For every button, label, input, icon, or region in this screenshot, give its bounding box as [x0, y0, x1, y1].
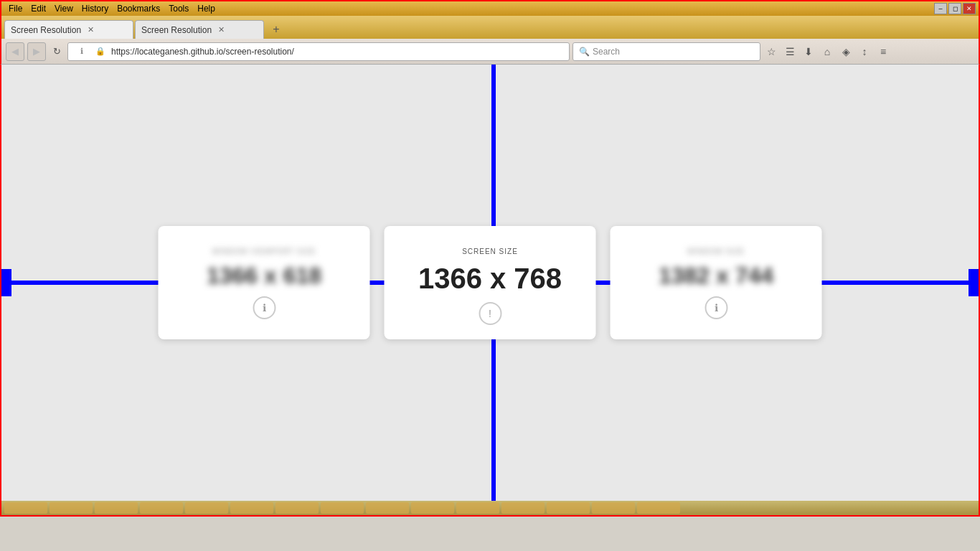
- menu-file[interactable]: File: [4, 2, 27, 15]
- menu-bookmarks[interactable]: Bookmarks: [113, 2, 164, 15]
- search-bar[interactable]: 🔍 Search: [573, 42, 760, 61]
- tab-1-label: Screen Resolution: [11, 25, 81, 35]
- menu-bar: File Edit View History Bookmarks Tools H…: [4, 2, 220, 15]
- status-thumb-12: [501, 502, 545, 514]
- search-placeholder: Search: [593, 47, 620, 57]
- menu-view[interactable]: View: [50, 2, 77, 15]
- card-viewport-icon: ℹ: [253, 296, 275, 319]
- cards-container: WINDOW VIEWPORT SIZE 1366 x 618 ℹ SCREEN…: [159, 226, 822, 339]
- card-screen-size: SCREEN SIZE 980 x 551 !: [385, 226, 596, 339]
- tab-2[interactable]: Screen Resolution ✕: [135, 20, 264, 39]
- menu-tools[interactable]: Tools: [164, 2, 193, 15]
- tab-1-close[interactable]: ✕: [85, 24, 96, 35]
- tab-1[interactable]: Screen Resolution ✕: [4, 20, 133, 39]
- close-button[interactable]: ✕: [963, 3, 976, 14]
- lock-icon: 🔒: [93, 44, 108, 60]
- info-icon: ℹ: [74, 44, 90, 60]
- status-thumb-13: [547, 502, 590, 514]
- tab-2-label: Screen Resolution: [141, 25, 212, 35]
- download-icon[interactable]: ⬇: [801, 44, 816, 60]
- status-thumb-8: [321, 502, 364, 514]
- status-thumb-14: [592, 502, 635, 514]
- nav-bar: ◀ ▶ ↻ ℹ 🔒 https://locateganesh.github.io…: [0, 39, 980, 65]
- card-viewport-value: 1366 x 618: [207, 263, 321, 289]
- status-thumb-7: [275, 502, 319, 514]
- menu-history[interactable]: History: [77, 2, 113, 15]
- url-bar[interactable]: ℹ 🔒 https://locateganesh.github.io/scree…: [67, 42, 570, 61]
- new-tab-button[interactable]: +: [267, 22, 286, 37]
- menu-help[interactable]: Help: [193, 2, 220, 15]
- status-thumb-15: [637, 502, 680, 514]
- menu-items-container: File Edit View History Bookmarks Tools H…: [4, 2, 220, 15]
- card-window-size: WINDOW SIZE 1382 x 744 ℹ: [611, 226, 822, 339]
- card-winsize-icon: ℹ: [705, 296, 727, 319]
- star-icon[interactable]: ☆: [763, 44, 779, 60]
- card-winsize-label: WINDOW SIZE: [687, 248, 745, 255]
- tab-bar: Screen Resolution ✕ Screen Resolution ✕ …: [0, 16, 980, 39]
- sync-icon[interactable]: ↕: [857, 44, 872, 60]
- card-viewport-label: WINDOW VIEWPORT SIZE: [212, 248, 316, 255]
- status-thumb-4: [140, 502, 183, 514]
- url-text: https://locateganesh.github.io/screen-re…: [111, 47, 294, 57]
- corner-marker-right: [969, 269, 979, 296]
- status-bar: [0, 501, 980, 517]
- card-window-viewport: WINDOW VIEWPORT SIZE 1366 x 618 ℹ: [159, 226, 370, 339]
- reader-icon[interactable]: ☰: [782, 44, 798, 60]
- card-screen-label: SCREEN SIZE: [462, 248, 518, 255]
- restore-button[interactable]: ◻: [948, 3, 961, 14]
- back-button[interactable]: ◀: [6, 42, 24, 61]
- status-thumb-1: [4, 502, 47, 514]
- menu-edit[interactable]: Edit: [27, 2, 50, 15]
- status-thumb-11: [456, 502, 499, 514]
- status-thumb-10: [411, 502, 454, 514]
- pocket-icon[interactable]: ◈: [838, 44, 854, 60]
- status-thumb-6: [230, 502, 273, 514]
- nav-action-icons: ☆ ☰ ⬇ ⌂ ◈ ↕ ≡: [763, 44, 891, 60]
- status-thumb-2: [50, 502, 93, 514]
- card-winsize-value: 1382 x 744: [659, 263, 773, 289]
- home-icon[interactable]: ⌂: [819, 44, 835, 60]
- card-screen-value: 980 x 551: [418, 263, 562, 295]
- status-thumbnails: [4, 501, 680, 514]
- card-screen-icon: !: [479, 302, 501, 325]
- menu-icon[interactable]: ≡: [875, 44, 891, 60]
- refresh-button[interactable]: ↻: [49, 44, 65, 60]
- status-thumb-3: [95, 502, 138, 514]
- title-bar: File Edit View History Bookmarks Tools H…: [0, 0, 980, 16]
- corner-marker-left: [1, 269, 11, 296]
- page-content: WINDOW VIEWPORT SIZE 1366 x 618 ℹ SCREEN…: [0, 65, 980, 501]
- minimize-button[interactable]: –: [934, 3, 947, 14]
- status-thumb-5: [185, 502, 228, 514]
- search-icon: 🔍: [579, 47, 590, 57]
- window-controls: – ◻ ✕: [934, 3, 976, 14]
- status-thumb-9: [366, 502, 409, 514]
- tab-2-close[interactable]: ✕: [216, 24, 227, 35]
- forward-button[interactable]: ▶: [27, 42, 46, 61]
